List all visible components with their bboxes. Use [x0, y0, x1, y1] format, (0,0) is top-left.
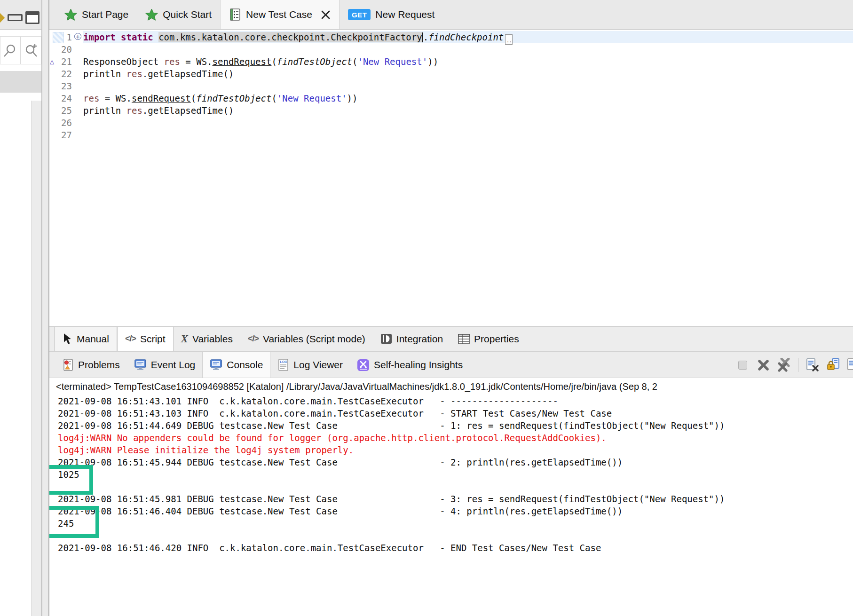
- console-toolbar: [736, 352, 853, 378]
- editor-tab-start-page[interactable]: Start Page: [56, 0, 137, 29]
- code-segment: res: [126, 105, 142, 116]
- clear-console-button[interactable]: [806, 358, 819, 371]
- code-segment: com.kms.katalon.core.checkpoint.Checkpoi…: [158, 32, 422, 42]
- scroll-lock-button[interactable]: [827, 358, 840, 371]
- code-text: [83, 80, 853, 92]
- code-line-23[interactable]: 23: [49, 80, 853, 92]
- editor-area: Start PageQuick StartNew Test CaseGETNew…: [48, 0, 853, 616]
- view-tab-script[interactable]: </>Script: [117, 327, 174, 351]
- line-number: 24: [49, 92, 74, 104]
- code-line-26[interactable]: 26: [49, 117, 853, 129]
- remove-x-icon: [757, 359, 770, 371]
- code-segment: import static: [83, 32, 158, 42]
- code-segment: res: [126, 69, 142, 79]
- code-line-1[interactable]: 1+import static com.kms.katalon.core.che…: [49, 31, 853, 43]
- console-tab-bar: ProblemsEvent LogConsoleLOGLog ViewerSel…: [49, 351, 853, 378]
- code-line-21[interactable]: △21ResponseObject res = WS.sendRequest(f…: [49, 55, 853, 68]
- get-badge: GET: [348, 9, 371, 20]
- fold-column: [74, 92, 83, 104]
- line-number: 26: [49, 117, 74, 129]
- code-segment: = WS.: [99, 93, 132, 103]
- console-line: [58, 481, 853, 493]
- terminate-icon: [738, 361, 747, 370]
- fold-expand-icon[interactable]: +: [74, 33, 81, 40]
- zoom-in-icon[interactable]: [21, 36, 41, 64]
- editor-tab-new-test-case[interactable]: New Test Case: [220, 0, 340, 29]
- console-tab-console[interactable]: Console: [202, 352, 270, 378]
- left-panel-search-tools: [0, 36, 41, 64]
- star-icon: [145, 8, 158, 21]
- fold-column: [74, 68, 83, 80]
- view-tab-manual[interactable]: Manual: [54, 327, 117, 351]
- tab-label: Event Log: [151, 359, 196, 371]
- problems-icon: [62, 359, 74, 371]
- script-editor[interactable]: 1+import static com.kms.katalon.core.che…: [49, 30, 853, 326]
- code-line-25[interactable]: 25println res.getElapsedTime(): [49, 104, 853, 117]
- console-output[interactable]: 2021-09-08 16:51:43.101 INFO c.k.katalon…: [49, 395, 853, 616]
- code-segment: (: [191, 93, 196, 103]
- code-text: ResponseObject res = WS.sendRequest(find…: [83, 55, 853, 68]
- tab-label: Integration: [396, 333, 443, 345]
- fold-column: [74, 43, 83, 55]
- console-tab-problems[interactable]: Problems: [55, 352, 127, 378]
- editor-tab-quick-start[interactable]: Quick Start: [137, 0, 220, 29]
- remove-all-launches-button[interactable]: [777, 358, 790, 371]
- code-segment: 'New Request': [357, 56, 427, 67]
- code-segment: .getElapsedTime(): [142, 105, 234, 116]
- code-line-20[interactable]: 20: [49, 43, 853, 55]
- left-panel-edge: [0, 0, 42, 616]
- close-icon[interactable]: [321, 10, 331, 20]
- line-number: 23: [49, 80, 74, 92]
- fold-column: [74, 80, 83, 92]
- search-icon[interactable]: [0, 36, 21, 64]
- code-line-24[interactable]: 24res = WS.sendRequest(findTestObject('N…: [49, 92, 853, 104]
- console-tab-event-log[interactable]: Event Log: [127, 352, 203, 378]
- console-line: log4j:WARN No appenders could be found f…: [58, 432, 853, 444]
- fold-column: [74, 117, 83, 129]
- view-tab-properties[interactable]: Properties: [450, 327, 527, 351]
- view-tab-variables[interactable]: XVariables: [174, 327, 240, 351]
- code-segment: findCheckpoint: [428, 32, 504, 42]
- editor-tab-new-request[interactable]: GETNew Request: [340, 0, 443, 29]
- line-number: 22: [49, 68, 74, 80]
- view-menu-icon: [0, 13, 5, 24]
- console-tab-log-viewer[interactable]: LOGLog Viewer: [270, 352, 350, 378]
- left-panel-scrollbar[interactable]: [31, 101, 41, 616]
- view-tab-integration[interactable]: Integration: [373, 327, 450, 351]
- code-text: [83, 43, 853, 55]
- variable-x-icon: X: [181, 333, 188, 345]
- code-line-22[interactable]: 22println res.getElapsedTime(): [49, 68, 853, 80]
- code-segment: findTestObject: [277, 56, 352, 67]
- code-segment: println: [83, 69, 126, 79]
- console-line: 2021-09-08 16:51:45.944 DEBUG testcase.N…: [58, 456, 853, 468]
- code-line-27[interactable]: 27: [49, 129, 853, 141]
- code-text: println res.getElapsedTime(): [83, 68, 853, 80]
- properties-table-icon: [458, 334, 470, 344]
- tab-label: Script: [140, 333, 166, 345]
- tab-label: Problems: [78, 359, 120, 371]
- tab-label: Console: [227, 359, 263, 371]
- fold-column: [74, 129, 83, 141]
- console-tab-self-healing-insights[interactable]: Self-healing Insights: [350, 352, 470, 378]
- editor-tab-bar: Start PageQuick StartNew Test CaseGETNew…: [49, 0, 853, 30]
- code-segment: )): [347, 93, 358, 103]
- star-icon: [64, 8, 77, 21]
- console-line: 2021-09-08 16:51:46.404 DEBUG testcase.N…: [58, 505, 853, 517]
- maximize-icon[interactable]: [25, 11, 39, 24]
- code-segment: .getElapsedTime(): [142, 69, 234, 79]
- view-tab-variables-script-mode-[interactable]: </>Variables (Script mode): [240, 327, 373, 351]
- left-panel-selected-row[interactable]: [0, 71, 41, 93]
- code-text: [83, 129, 853, 141]
- code-icon: </>: [125, 334, 136, 344]
- console-line: 2021-09-08 16:51:46.420 INFO c.k.katalon…: [58, 542, 853, 554]
- remove-launch-button[interactable]: [757, 358, 770, 371]
- left-panel-toolbar: [0, 0, 41, 30]
- monitor-icon: [210, 359, 222, 371]
- clear-console-icon: [806, 358, 819, 371]
- word-wrap-button[interactable]: [847, 358, 853, 371]
- code-segment: sendRequest: [132, 93, 191, 103]
- terminate-button[interactable]: [736, 358, 749, 371]
- tab-label: New Test Case: [246, 9, 312, 20]
- minimize-icon[interactable]: [8, 14, 23, 21]
- code-segment: 'New Request': [277, 93, 347, 103]
